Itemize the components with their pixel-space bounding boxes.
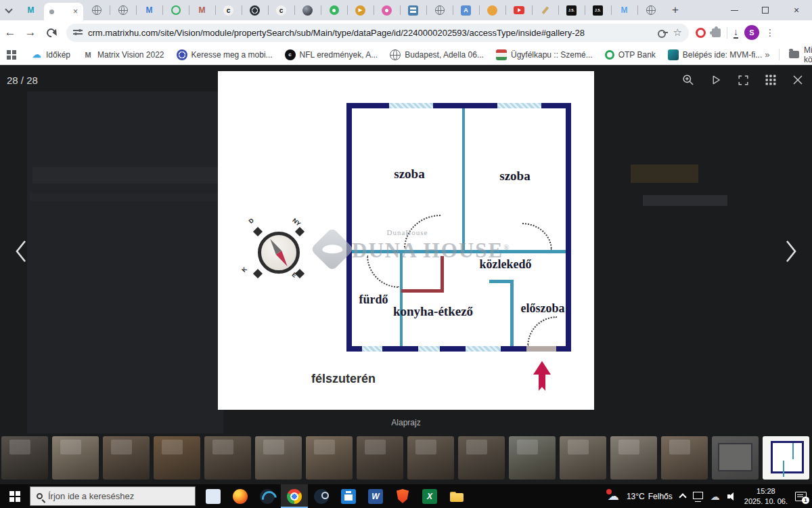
password-key-icon[interactable] <box>658 30 668 36</box>
taskbar-app-button[interactable] <box>227 484 254 508</box>
gallery-thumbnail[interactable] <box>357 436 403 480</box>
browser-tab[interactable]: × <box>294 0 321 20</box>
reload-button[interactable] <box>41 22 61 43</box>
browser-tab[interactable]: × <box>532 0 558 20</box>
bookmark[interactable]: OTP Bank <box>605 50 656 60</box>
browser-tab[interactable]: × <box>242 0 268 20</box>
browser-tab[interactable]: × <box>321 0 347 20</box>
network-icon[interactable] <box>693 492 703 499</box>
grid-view-icon[interactable] <box>765 74 777 86</box>
forward-button[interactable]: → <box>20 22 41 43</box>
gallery-thumbnail[interactable] <box>458 436 505 480</box>
gallery-thumbnail[interactable] <box>610 436 657 480</box>
browser-tab[interactable]: J.S. × <box>585 0 611 20</box>
gallery-thumbnail[interactable] <box>763 436 809 480</box>
gallery-thumbnail[interactable] <box>103 436 150 480</box>
search-input[interactable] <box>48 491 189 501</box>
browser-tab[interactable]: × <box>110 0 136 20</box>
clock[interactable]: 15:28 2025. 10. 06. <box>744 486 788 507</box>
taskbar-search[interactable] <box>30 486 196 506</box>
start-button[interactable] <box>0 484 30 508</box>
browser-tab[interactable]: × <box>426 0 453 20</box>
gallery-thumbnail[interactable] <box>52 436 99 480</box>
bookmark-star-icon[interactable]: ☆ <box>673 26 682 39</box>
bookmark[interactable]: ☁ Időkép <box>31 49 70 60</box>
browser-tab[interactable]: × <box>479 0 505 20</box>
tray-expand-icon[interactable] <box>679 493 686 501</box>
bookmark[interactable]: Belépés ide: MVM-fi... <box>668 49 762 60</box>
previous-image-button[interactable] <box>15 240 27 266</box>
zoom-in-icon[interactable] <box>681 73 695 87</box>
volume-icon[interactable] <box>727 492 737 501</box>
site-controls-icon[interactable] <box>73 29 83 36</box>
gallery-thumbnail[interactable] <box>712 436 759 480</box>
weather-cloud-icon[interactable]: ☁ <box>608 490 619 502</box>
minimize-button[interactable] <box>719 0 750 20</box>
all-bookmarks-button[interactable]: Minden könyvjelző <box>789 45 812 64</box>
browser-tab[interactable]: c × <box>268 0 294 20</box>
browser-tab[interactable]: × <box>374 0 400 20</box>
address-bar[interactable]: crm.matrixhu.com/site/Vision/module/prop… <box>66 24 689 42</box>
gallery-thumbnail[interactable] <box>560 436 606 480</box>
browser-tab[interactable]: J.S. × <box>558 0 585 20</box>
extensions-puzzle-icon[interactable] <box>712 28 721 37</box>
new-tab-button[interactable]: + <box>667 1 684 19</box>
taskbar-app-button[interactable] <box>335 484 362 508</box>
downloads-icon[interactable]: ↓ <box>734 27 738 39</box>
browser-tab[interactable]: × <box>44 3 83 20</box>
browser-tab[interactable]: c × <box>215 0 242 20</box>
browser-tab[interactable]: M × <box>18 0 44 20</box>
bookmark[interactable]: c NFL eredmények, A... <box>285 49 378 60</box>
browser-tab[interactable]: × <box>505 0 532 20</box>
browser-tab[interactable]: M × <box>611 0 637 20</box>
gallery-thumbnail[interactable] <box>154 436 200 480</box>
gallery-thumbnail[interactable] <box>306 436 353 480</box>
browser-tab[interactable]: × <box>400 0 426 20</box>
floorplan-image[interactable]: D NY K É DunaHouse DUNA HOUSE® szoba szo… <box>218 71 594 410</box>
tab-close-icon[interactable]: × <box>73 7 78 16</box>
bookmark[interactable]: Keresse meg a mobi... <box>177 49 273 60</box>
weather-alert-dot <box>606 489 612 494</box>
gallery-thumbnail[interactable] <box>407 436 454 480</box>
gallery-thumbnail[interactable] <box>255 436 302 480</box>
browser-tab[interactable]: M × <box>136 0 162 20</box>
bookmarks-overflow-button[interactable]: » <box>765 49 769 60</box>
taskbar-app-button[interactable] <box>281 484 308 508</box>
onedrive-cloud-icon[interactable]: ☁ <box>710 492 720 501</box>
gallery-thumbnail[interactable] <box>1 436 48 480</box>
profile-avatar[interactable]: S <box>744 25 759 40</box>
fullscreen-icon[interactable] <box>737 74 750 87</box>
taskbar-app-button[interactable] <box>362 484 389 508</box>
browser-tab[interactable]: A × <box>453 0 479 20</box>
bookmark[interactable]: Ügyfélkapu :: Szemé... <box>496 49 593 60</box>
gallery-thumbnail[interactable] <box>661 436 708 480</box>
browser-tab[interactable]: × <box>637 0 664 20</box>
taskbar-app-button[interactable] <box>416 484 443 508</box>
next-image-button[interactable] <box>785 240 797 266</box>
action-center-icon[interactable]: 1 <box>795 492 807 501</box>
taskbar-app-button[interactable] <box>200 484 227 508</box>
browser-tab[interactable]: ▶ × <box>347 0 374 20</box>
slideshow-play-icon[interactable] <box>710 74 722 86</box>
gallery-thumbnail[interactable] <box>204 436 251 480</box>
maximize-button[interactable] <box>750 0 781 20</box>
close-gallery-icon[interactable] <box>792 74 804 86</box>
gallery-thumbnail[interactable] <box>509 436 556 480</box>
bookmark[interactable]: Budapest, Adella 06... <box>390 49 484 60</box>
taskbar-apps <box>200 484 470 508</box>
browser-tab[interactable]: × <box>83 0 110 20</box>
menu-kebab-icon[interactable]: ⋮ <box>765 27 775 38</box>
back-button[interactable]: ← <box>0 22 20 43</box>
taskbar-app-button[interactable] <box>389 484 416 508</box>
opera-extension-icon[interactable] <box>696 28 706 38</box>
taskbar-app-button[interactable] <box>308 484 335 508</box>
window-segment <box>497 103 541 108</box>
bookmark[interactable]: M Matrix Vision 2022 <box>83 49 164 60</box>
browser-tab[interactable]: M × <box>189 0 215 20</box>
taskbar-app-button[interactable] <box>443 484 470 508</box>
close-window-button[interactable]: × <box>781 0 812 20</box>
apps-grid-icon[interactable] <box>7 50 16 60</box>
taskbar-app-button[interactable] <box>254 484 281 508</box>
tab-search-button[interactable] <box>0 0 18 20</box>
browser-tab[interactable]: × <box>162 0 189 20</box>
